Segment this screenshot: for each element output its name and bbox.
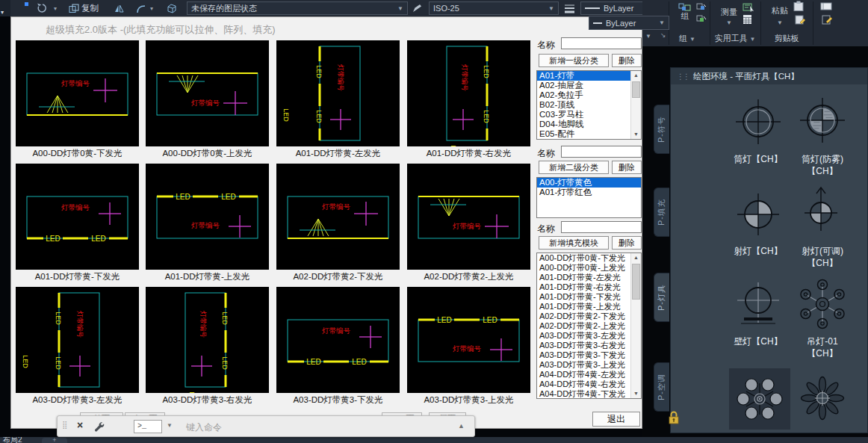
list-item[interactable]: A04-DD灯带4黄-右发光 <box>537 380 630 389</box>
tab-p-fixtures[interactable]: P-灯具 <box>654 273 669 322</box>
add-level2-button[interactable]: 新增二级分类 <box>539 161 609 174</box>
customize-wrench-icon[interactable] <box>93 421 105 435</box>
fill-pattern-tile[interactable]: LEDLEDLED灯带编号 <box>276 40 400 146</box>
panel-title-bar[interactable]: ⋮⋮绘图环境 - 平面灯具【CH】 <box>671 68 867 84</box>
command-line-bar[interactable]: ⣿ × >_ ▼ 键入命令 ▲ <box>57 415 475 437</box>
list-item[interactable]: A03-DD灯带黄3-右发光 <box>537 341 630 350</box>
list-item[interactable]: B02-顶线 <box>537 100 630 110</box>
scrollbar[interactable]: ▲ ▼ <box>630 253 641 398</box>
spotlight-adjustable-tool[interactable] <box>796 185 846 241</box>
group-panel-label[interactable]: 组 ▼ <box>671 33 704 44</box>
history-collapse-icon[interactable]: ▲ <box>458 422 465 430</box>
dim-style-dropdown[interactable]: ISO-25 ▼ <box>429 1 559 15</box>
mirror-icon[interactable] <box>114 3 125 16</box>
copy-icon[interactable] <box>69 3 79 16</box>
linetype-bylayer-dropdown[interactable]: ByLayer ▼ <box>589 16 669 30</box>
list-item[interactable]: A01-DD灯带黄-下发光 <box>537 292 630 302</box>
list-item[interactable]: A02-免拉手 <box>537 90 630 100</box>
rotate-caret-icon[interactable]: ▾ <box>54 5 57 12</box>
add-fill-module-button[interactable]: 新增填充模块 <box>539 236 609 250</box>
list-item[interactable]: C03-罗马柱 <box>537 110 630 120</box>
drag-grip-icon[interactable]: ⣿ <box>62 421 67 429</box>
scroll-down-icon[interactable]: ▼ <box>631 389 641 398</box>
delete-level2-button[interactable]: 删除 <box>612 161 642 174</box>
edit-doc-icon[interactable] <box>822 14 834 28</box>
fill-pattern-tile[interactable]: LEDLEDLED灯带编号 <box>407 40 530 146</box>
fill-pattern-tile[interactable]: LEDLED灯带编号 <box>276 287 400 393</box>
utilities-panel-label[interactable]: 实用工具 ▼ <box>711 33 759 44</box>
rotate-icon[interactable] <box>34 2 46 16</box>
list-item[interactable]: A00-灯带黄色 <box>537 178 641 188</box>
fill-name-input[interactable] <box>561 221 642 233</box>
fill-pattern-tile[interactable]: 灯带编号 <box>276 164 400 270</box>
list-item[interactable]: E05-配件 <box>537 129 630 139</box>
level1-name-input[interactable] <box>561 37 642 49</box>
pendant-01-tool[interactable] <box>797 279 848 332</box>
list-item[interactable]: A01-DD灯带黄-上发光 <box>537 302 630 312</box>
list-item[interactable]: A01-DD灯带黄-右发光 <box>537 282 630 292</box>
fill-pattern-tile[interactable]: LEDLEDLED灯带编号 <box>146 287 269 393</box>
toolbar-overflow-icon[interactable]: ▾ <box>1 9 4 16</box>
palette-icon[interactable] <box>820 1 833 14</box>
group-edit-icon[interactable] <box>696 13 707 27</box>
exit-button[interactable]: 退出 <box>592 412 640 427</box>
list-item[interactable]: A00-DD灯带0黄-下发光 <box>537 253 630 263</box>
dialog-launcher-icon[interactable]: ↘ <box>660 31 666 39</box>
tab-p-hvac[interactable]: P-空调 <box>654 362 669 412</box>
group-button[interactable]: 组 <box>676 10 694 22</box>
fillet-icon[interactable] <box>136 3 146 16</box>
list-item[interactable]: A01-灯带红色 <box>537 188 641 197</box>
paste-caret-icon[interactable]: ▼ <box>777 19 783 26</box>
fill-pattern-tile[interactable]: LEDLED灯带编号 <box>146 164 269 270</box>
delete-fill-button[interactable]: 删除 <box>612 236 642 250</box>
drag-grip-icon[interactable]: ⋮⋮ <box>677 72 689 81</box>
fill-pattern-tile[interactable]: 灯带编号 <box>16 40 139 146</box>
measure-caret-icon[interactable]: ▼ <box>726 19 732 26</box>
add-level1-button[interactable]: 新增一级分类 <box>539 54 609 67</box>
level2-listbox[interactable]: A00-灯带黄色A01-灯带红色 <box>536 177 642 218</box>
downlight-tool[interactable] <box>733 96 784 150</box>
new-layout-tab[interactable]: + <box>42 438 67 443</box>
quick-measure-icon[interactable] <box>743 1 755 15</box>
paste-button[interactable]: 粘贴 <box>765 5 795 16</box>
list-item[interactable]: A01-DD灯带黄-左发光 <box>537 273 630 282</box>
command-prompt-box[interactable]: >_ <box>134 420 162 433</box>
lineweight-icon[interactable] <box>563 3 576 16</box>
lock-icon[interactable] <box>668 410 680 427</box>
flower-lamp-tool[interactable] <box>797 373 848 427</box>
panel-expand-caret-icon[interactable]: ▼ <box>645 33 651 40</box>
delete-level1-button[interactable]: 删除 <box>612 54 642 67</box>
measure-button[interactable]: 测量 <box>716 7 743 18</box>
calculator-icon[interactable] <box>743 14 753 28</box>
list-item[interactable]: A03-DD灯带黄3-左发光 <box>537 331 630 341</box>
box-icon[interactable] <box>166 3 178 16</box>
fill-pattern-tile[interactable]: LEDLED灯带编号 <box>407 287 530 393</box>
layout-tab[interactable]: 布局2 <box>3 437 22 443</box>
ceiling-lamp-6-head-tool[interactable] <box>734 374 785 427</box>
fill-pattern-tile[interactable]: 灯带编号 <box>407 164 530 270</box>
list-item[interactable]: A02-DD灯带黄2-上发光 <box>537 321 630 331</box>
close-command-icon[interactable]: × <box>77 419 83 431</box>
list-item[interactable]: A02-抽屉盒 <box>537 81 630 90</box>
scroll-thumb[interactable] <box>632 81 640 98</box>
chevron-down-icon[interactable]: ▼ <box>397 5 403 12</box>
list-item[interactable]: A03-DD灯带黄3-上发光 <box>537 360 630 370</box>
paste-special-icon[interactable] <box>795 14 807 28</box>
clipboard-icon[interactable] <box>793 1 805 14</box>
list-item[interactable]: A01-灯带 <box>537 71 630 81</box>
list-item[interactable]: A04-DD灯带4黄-左发光 <box>537 370 630 380</box>
fill-pattern-tile[interactable]: 灯带编号 <box>146 40 269 146</box>
spotlight-tool[interactable] <box>733 189 784 243</box>
scroll-up-icon[interactable]: ▲ <box>631 253 641 262</box>
scroll-thumb[interactable] <box>632 264 640 300</box>
scrollbar[interactable]: ▲ ▼ <box>630 71 641 139</box>
list-item[interactable]: A03-DD灯带黄3-下发光 <box>537 350 630 360</box>
tab-p-fill[interactable]: P-填充 <box>654 188 669 237</box>
copy-button[interactable]: 复制 <box>81 3 99 13</box>
scroll-down-icon[interactable]: ▼ <box>631 130 641 139</box>
level2-name-input[interactable] <box>561 146 642 158</box>
wall-lamp-tool[interactable] <box>733 279 784 333</box>
list-item[interactable]: A02-DD灯带黄2-下发光 <box>537 312 630 321</box>
chevron-down-icon[interactable]: ▼ <box>548 5 554 12</box>
fill-pattern-tile[interactable]: LEDLEDLED灯带编号 <box>16 287 139 393</box>
